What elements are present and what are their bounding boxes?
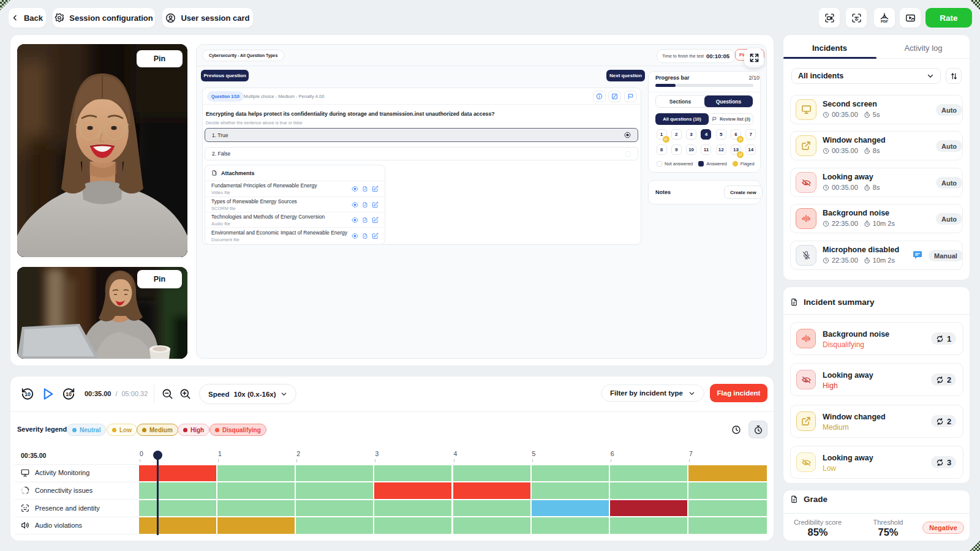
svg-text:10: 10 xyxy=(66,391,72,397)
svg-text:10: 10 xyxy=(24,391,31,397)
svg-text:PDF: PDF xyxy=(881,20,888,23)
